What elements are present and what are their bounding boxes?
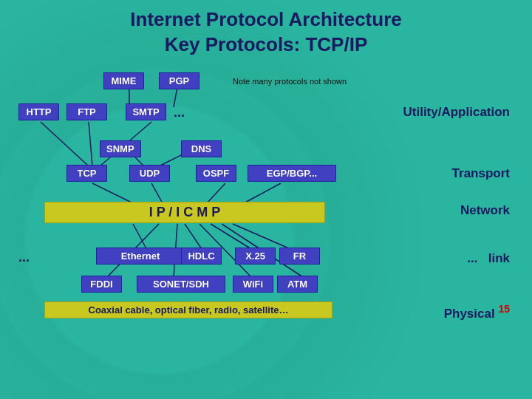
http-box: HTTP	[18, 103, 59, 120]
network-label: Network	[460, 203, 510, 218]
wifi-box: WiFi	[233, 276, 273, 293]
svg-line-7	[92, 183, 133, 203]
utility-label: Utility/Application	[403, 105, 511, 120]
svg-line-9	[207, 183, 225, 203]
link-label: ... link	[467, 251, 510, 266]
svg-line-1	[174, 87, 177, 107]
ftp-box: FTP	[66, 103, 107, 120]
ipicmp-box: I P / I C M P	[44, 202, 325, 223]
egpbgp-box: EGP/BGP...	[248, 165, 336, 182]
slide-title: Internet Protocol Architecture Key Proto…	[15, 7, 517, 58]
x25-box: X.25	[235, 248, 276, 265]
pgp-box: PGP	[159, 72, 200, 89]
fr-box: FR	[279, 248, 320, 265]
physical-label: Physical 15	[444, 303, 510, 321]
udp-box: UDP	[129, 165, 170, 182]
sonetsdh-box: SONET/SDH	[137, 276, 225, 293]
ospf-box: OSPF	[196, 165, 236, 182]
ethernet-box: Ethernet	[96, 248, 185, 265]
svg-line-8	[151, 183, 163, 203]
diagram-area: MIME PGP Note many protocols not shown H…	[15, 66, 517, 384]
atm-box: ATM	[277, 276, 318, 293]
dots1: ...	[174, 105, 185, 120]
fddi-box: FDDI	[81, 276, 122, 293]
note-text: Note many protocols not shown	[233, 74, 347, 87]
svg-line-2	[41, 122, 89, 166]
smtp-box: SMTP	[126, 103, 166, 120]
svg-line-3	[89, 122, 92, 166]
mime-box: MIME	[103, 72, 144, 89]
transport-label: Transport	[452, 166, 510, 181]
snmp-box: SNMP	[100, 140, 141, 157]
hdlc-box: HDLC	[181, 248, 222, 265]
coaxial-box: Coaxial cable, optical fiber, radio, sat…	[44, 301, 332, 318]
dots2: ...	[18, 250, 30, 265]
dns-box: DNS	[181, 140, 222, 157]
tcp-box: TCP	[66, 165, 107, 182]
svg-line-10	[244, 183, 281, 203]
